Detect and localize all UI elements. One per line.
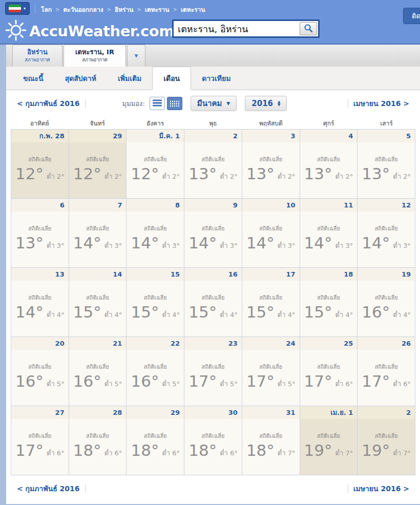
- calendar-day-cell[interactable]: 7สถิติเฉลี่ย14°ต่ำ 3°: [69, 199, 127, 268]
- temp-row: 14°ต่ำ 3°: [73, 235, 122, 251]
- month-dropdown[interactable]: มีนาคม ▼: [191, 96, 237, 111]
- tab-extended[interactable]: เพิ่มเติม: [107, 67, 152, 90]
- avg-stats-label: สถิติเฉลี่ย: [28, 431, 51, 440]
- avg-high-temp: 12°: [73, 165, 101, 182]
- accuweather-logo[interactable]: AccuWeather.com: [4, 18, 174, 44]
- breadcrumb-item[interactable]: เตหะราน: [181, 5, 205, 14]
- follow-button[interactable]: ติดตาม: [403, 8, 420, 24]
- cell-body: สถิติเฉลี่ย13°ต่ำ 3°: [11, 212, 69, 267]
- year-dropdown[interactable]: 2016 ▲▼: [245, 96, 287, 111]
- prev-month-link[interactable]: < กุมภาพันธ์ 2016: [17, 98, 80, 109]
- calendar-day-cell[interactable]: 15สถิติเฉลี่ย15°ต่ำ 4°: [127, 268, 184, 337]
- cell-body: สถิติเฉลี่ย16°ต่ำ 4°: [358, 281, 415, 336]
- next-month-link[interactable]: เมษายน 2016 >: [353, 98, 409, 109]
- tab-tehran-weather[interactable]: เตหะราน, IR สภาพอากาศ: [64, 45, 126, 67]
- calendar-day-cell[interactable]: 10สถิติเฉลี่ย14°ต่ำ 3°: [242, 199, 300, 268]
- prev-month-link-bottom[interactable]: < กุมภาพันธ์ 2016: [17, 483, 80, 494]
- calendar-controls: < กุมภาพันธ์ 2016 มุมมอง:: [11, 90, 415, 117]
- divider: [348, 99, 348, 108]
- grid-view-button[interactable]: [167, 97, 182, 110]
- tab-satellite[interactable]: ดาวเทียม: [191, 67, 241, 90]
- cell-date-label: 16: [228, 270, 238, 278]
- cell-date-row: 3: [242, 130, 300, 142]
- cell-date-label: 2: [406, 409, 411, 416]
- avg-low-temp: ต่ำ 7°: [335, 448, 353, 458]
- city-tab-subtitle: สภาพอากาศ: [82, 56, 107, 64]
- cell-date-row: 28: [69, 406, 127, 419]
- logo-text[interactable]: AccuWeather.com: [29, 23, 174, 40]
- calendar-day-cell[interactable]: 2สถิติเฉลี่ย19°ต่ำ 7°: [358, 406, 415, 475]
- tab-iran-weather[interactable]: อิหร่าน สภาพอากาศ: [12, 45, 62, 67]
- list-view-button[interactable]: [150, 97, 165, 110]
- temp-row: 15°ต่ำ 4°: [131, 304, 180, 320]
- calendar-day-cell[interactable]: 27สถิติเฉลี่ย17°ต่ำ 6°: [11, 406, 69, 475]
- search-input[interactable]: [174, 24, 300, 34]
- page: ▼ โลก>ตะวันออกกลาง>อิหร่าน>เตหะราน>เตหะร…: [0, 0, 420, 504]
- breadcrumb-item[interactable]: โลก: [41, 5, 52, 14]
- divider: [85, 485, 86, 493]
- calendar-day-cell[interactable]: 19สถิติเฉลี่ย16°ต่ำ 4°: [358, 268, 415, 337]
- calendar-day-cell[interactable]: 13สถิติเฉลี่ย14°ต่ำ 4°: [11, 268, 69, 337]
- calendar-day-cell[interactable]: มี.ค. 1สถิติเฉลี่ย12°ต่ำ 2°: [127, 130, 184, 199]
- tab-month[interactable]: เดือน: [152, 67, 191, 90]
- avg-low-temp: ต่ำ 2°: [162, 171, 180, 182]
- calendar-day-cell[interactable]: 31สถิติเฉลี่ย18°ต่ำ 7°: [242, 406, 300, 475]
- cell-date-label: 17: [286, 270, 295, 278]
- calendar-day-cell[interactable]: 22สถิติเฉลี่ย16°ต่ำ 5°: [127, 337, 184, 406]
- cell-body: สถิติเฉลี่ย13°ต่ำ 2°: [358, 142, 415, 198]
- calendar-day-cell[interactable]: 28สถิติเฉลี่ย18°ต่ำ 6°: [69, 406, 127, 475]
- calendar-day-cell[interactable]: 4สถิติเฉลี่ย13°ต่ำ 2°: [300, 130, 358, 199]
- cell-body: สถิติเฉลี่ย19°ต่ำ 7°: [358, 419, 415, 475]
- next-month-group-bottom: เมษายน 2016 >: [343, 483, 409, 494]
- calendar-day-cell[interactable]: 29สถิติเฉลี่ย18°ต่ำ 6°: [127, 406, 184, 475]
- avg-stats-label: สถิติเฉลี่ย: [259, 431, 282, 440]
- temp-row: 18°ต่ำ 6°: [131, 442, 180, 458]
- calendar-day-cell[interactable]: 26สถิติเฉลี่ย17°ต่ำ 6°: [358, 337, 415, 406]
- calendar-day-cell[interactable]: 6สถิติเฉลี่ย13°ต่ำ 3°: [11, 199, 69, 268]
- breadcrumb-item[interactable]: ตะวันออกกลาง: [63, 5, 103, 14]
- avg-stats-label: สถิติเฉลี่ย: [28, 293, 51, 302]
- calendar-day-cell[interactable]: 18สถิติเฉลี่ย15°ต่ำ 4°: [300, 268, 358, 337]
- calendar-day-cell[interactable]: 11สถิติเฉลี่ย14°ต่ำ 3°: [300, 199, 358, 268]
- calendar-day-cell[interactable]: 16สถิติเฉลี่ย15°ต่ำ 4°: [184, 268, 242, 337]
- next-month-link-bottom[interactable]: เมษายน 2016 >: [353, 483, 409, 494]
- cell-date-label: 21: [113, 340, 122, 347]
- search-button[interactable]: [300, 22, 317, 35]
- avg-high-temp: 17°: [304, 373, 332, 389]
- calendar-grid-icon: [170, 100, 179, 107]
- calendar-day-cell[interactable]: 12สถิติเฉลี่ย14°ต่ำ 3°: [358, 199, 415, 268]
- breadcrumb-item[interactable]: เตหะราน: [145, 5, 170, 14]
- cell-date-label: 29: [171, 409, 180, 416]
- calendar-day-cell[interactable]: 14สถิติเฉลี่ย15°ต่ำ 4°: [69, 268, 127, 337]
- cell-body: สถิติเฉลี่ย15°ต่ำ 4°: [127, 281, 184, 336]
- calendar-day-cell[interactable]: 25สถิติเฉลี่ย17°ต่ำ 6°: [300, 337, 358, 406]
- calendar-day-cell[interactable]: 2สถิติเฉลี่ย13°ต่ำ 2°: [184, 130, 242, 199]
- calendar-day-cell[interactable]: 21สถิติเฉลี่ย16°ต่ำ 5°: [69, 337, 127, 406]
- main-panel: อิหร่าน สภาพอากาศ เตหะราน, IR สภาพอากาศ …: [6, 45, 420, 504]
- tab-now[interactable]: ขณะนี้: [12, 67, 54, 90]
- tab-weekend[interactable]: สุดสัปดาห์: [54, 67, 107, 90]
- calendar-day-cell[interactable]: 29สถิติเฉลี่ย12°ต่ำ 2°: [69, 130, 127, 199]
- calendar-day-cell[interactable]: 20สถิติเฉลี่ย16°ต่ำ 5°: [11, 337, 69, 406]
- temp-row: 12°ต่ำ 2°: [15, 165, 65, 182]
- cell-date-row: 26: [358, 337, 415, 350]
- calendar-day-cell[interactable]: 30สถิติเฉลี่ย18°ต่ำ 6°: [184, 406, 242, 475]
- calendar-day-cell[interactable]: 23สถิติเฉลี่ย17°ต่ำ 5°: [184, 337, 242, 406]
- calendar-day-cell[interactable]: ก.พ. 28สถิติเฉลี่ย12°ต่ำ 2°: [11, 130, 69, 199]
- language-region-selector[interactable]: ▼: [5, 2, 30, 15]
- avg-high-temp: 13°: [15, 235, 44, 251]
- calendar-day-cell[interactable]: 3สถิติเฉลี่ย13°ต่ำ 2°: [242, 130, 300, 199]
- calendar-day-cell[interactable]: 17สถิติเฉลี่ย15°ต่ำ 4°: [242, 268, 300, 337]
- calendar-day-cell[interactable]: 24สถิติเฉลี่ย17°ต่ำ 5°: [242, 337, 300, 406]
- view-mode-label: มุมมอง:: [122, 98, 145, 109]
- city-tab-dropdown[interactable]: ▼: [127, 45, 145, 67]
- avg-high-temp: 17°: [362, 373, 390, 389]
- cell-body: สถิติเฉลี่ย12°ต่ำ 2°: [11, 142, 69, 198]
- calendar-day-cell[interactable]: 9สถิติเฉลี่ย14°ต่ำ 3°: [184, 199, 242, 268]
- search-box: [172, 19, 320, 38]
- calendar-day-cell[interactable]: 8สถิติเฉลี่ย14°ต่ำ 3°: [127, 199, 184, 268]
- calendar-day-cell[interactable]: 5สถิติเฉลี่ย13°ต่ำ 2°: [358, 130, 415, 199]
- calendar-day-cell[interactable]: เม.ย. 1สถิติเฉลี่ย19°ต่ำ 7°: [300, 406, 358, 475]
- avg-low-temp: ต่ำ 6°: [47, 448, 65, 458]
- breadcrumb-item[interactable]: อิหร่าน: [115, 5, 134, 14]
